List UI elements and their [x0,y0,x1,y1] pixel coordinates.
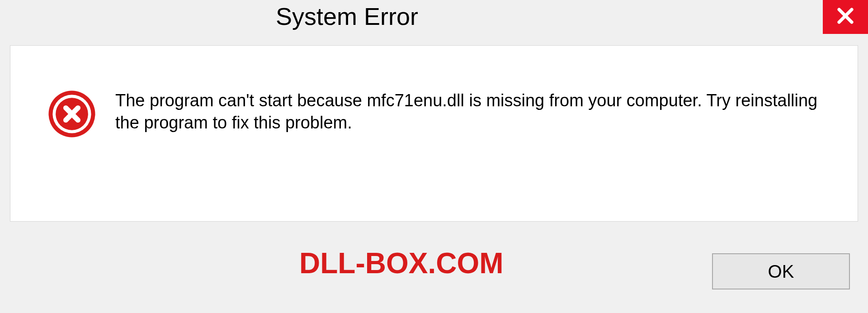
error-message: The program can't start because mfc71enu… [115,90,821,134]
dialog-body: The program can't start because mfc71enu… [10,45,858,222]
title-bar: System Error [0,0,868,41]
error-icon [47,89,97,139]
ok-button[interactable]: OK [712,253,850,289]
window-title: System Error [276,2,418,30]
watermark-text: DLL-BOX.COM [299,247,504,280]
close-button[interactable] [823,0,868,34]
dialog-footer: DLL-BOX.COM OK [10,222,858,303]
close-icon [835,5,856,27]
